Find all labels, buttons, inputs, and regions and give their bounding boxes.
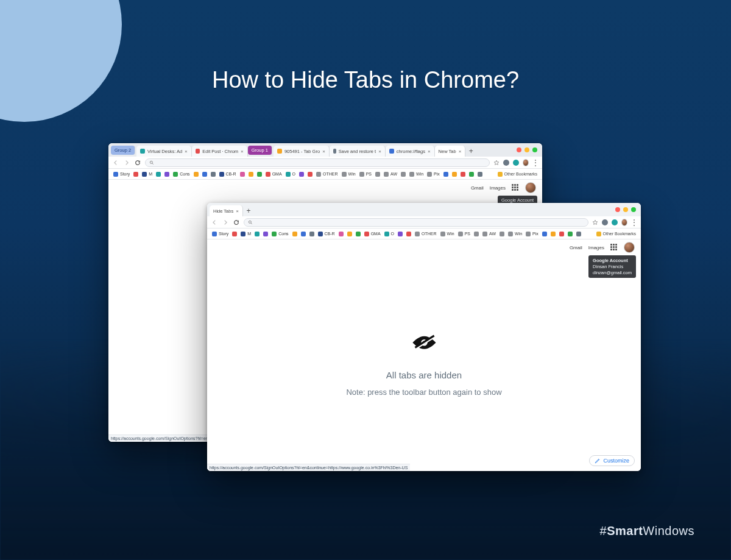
- nav-back-icon[interactable]: [211, 219, 218, 226]
- tab-new-tab[interactable]: New Tab×: [435, 146, 466, 157]
- chrome-menu-icon[interactable]: ⋮: [532, 160, 539, 166]
- extension-icon[interactable]: [612, 219, 618, 225]
- bookmark-item[interactable]: [301, 232, 306, 236]
- bookmark-item[interactable]: [542, 232, 547, 236]
- bookmark-item[interactable]: Win: [508, 232, 522, 236]
- bookmark-item[interactable]: [443, 172, 448, 177]
- tab-group-1[interactable]: Group 1: [248, 146, 272, 155]
- bookmark-item[interactable]: M: [142, 172, 152, 177]
- bookmark-item[interactable]: [202, 172, 207, 177]
- bookmark-item[interactable]: CB-R: [318, 232, 335, 236]
- bookmark-item[interactable]: GMA: [266, 172, 282, 177]
- bookmark-item[interactable]: OTHER: [316, 172, 338, 177]
- bookmark-item[interactable]: [339, 232, 344, 236]
- bookmark-item[interactable]: [133, 172, 138, 177]
- customize-button[interactable]: Customize: [589, 455, 635, 466]
- close-tab-icon[interactable]: ×: [428, 149, 431, 154]
- bookmark-item[interactable]: [164, 172, 169, 177]
- other-bookmarks[interactable]: Other Bookmarks: [498, 172, 537, 177]
- bookmark-item[interactable]: [406, 232, 411, 236]
- bookmark-item[interactable]: [308, 172, 313, 177]
- bookmark-item[interactable]: [194, 172, 199, 177]
- bookmark-item[interactable]: [347, 232, 352, 236]
- extension-icon[interactable]: [503, 160, 509, 166]
- bookmark-item[interactable]: Pix: [526, 232, 539, 236]
- tab-chrome-flags[interactable]: chrome://flags×: [386, 146, 435, 157]
- apps-grid-icon[interactable]: [610, 244, 618, 251]
- bookmark-item[interactable]: [309, 232, 314, 236]
- bookmark-item[interactable]: O: [286, 172, 295, 177]
- bookmark-item[interactable]: [398, 232, 403, 236]
- window-minimize-icon[interactable]: [524, 147, 529, 152]
- close-tab-icon[interactable]: ×: [241, 149, 244, 154]
- bookmark-item[interactable]: Cons: [272, 232, 288, 236]
- profile-avatar[interactable]: [523, 160, 529, 166]
- images-link[interactable]: Images: [588, 245, 604, 250]
- close-tab-icon[interactable]: ×: [322, 149, 325, 154]
- window-maximize-icon[interactable]: [631, 207, 636, 212]
- bookmark-item[interactable]: [375, 172, 380, 177]
- bookmark-item[interactable]: [452, 172, 457, 177]
- bookmark-item[interactable]: [249, 172, 253, 177]
- other-bookmarks[interactable]: Other Bookmarks: [596, 232, 636, 236]
- bookmark-item[interactable]: GMA: [364, 232, 381, 236]
- bookmark-item[interactable]: [500, 232, 504, 236]
- extension-icon[interactable]: [602, 219, 608, 225]
- reload-icon[interactable]: [134, 159, 141, 166]
- apps-grid-icon[interactable]: [512, 184, 519, 191]
- bookmark-item[interactable]: Story: [113, 172, 130, 177]
- reload-icon[interactable]: [233, 219, 240, 226]
- bookmark-item[interactable]: [240, 172, 245, 177]
- bookmark-star-icon[interactable]: [592, 219, 598, 225]
- close-tab-icon[interactable]: ×: [378, 149, 381, 154]
- bookmark-item[interactable]: [478, 172, 482, 177]
- bookmark-item[interactable]: [356, 232, 361, 236]
- bookmark-item[interactable]: [255, 232, 260, 236]
- bookmark-item[interactable]: [461, 172, 465, 177]
- nav-forward-icon[interactable]: [123, 159, 130, 166]
- bookmark-item[interactable]: AW: [482, 232, 496, 236]
- close-tab-icon[interactable]: ×: [459, 149, 462, 154]
- bookmark-item[interactable]: [568, 232, 573, 236]
- tab-group-2[interactable]: Group 2: [111, 146, 135, 155]
- gmail-link[interactable]: Gmail: [471, 185, 484, 191]
- bookmark-item[interactable]: [299, 172, 304, 177]
- omnibox[interactable]: [244, 218, 588, 227]
- bookmark-item[interactable]: Win: [342, 172, 356, 177]
- bookmark-item[interactable]: [474, 232, 479, 236]
- tab-edit-post[interactable]: Edit Post · Chrom×: [192, 146, 248, 157]
- bookmark-item[interactable]: [211, 172, 216, 177]
- bookmark-item[interactable]: AW: [384, 172, 397, 177]
- nav-forward-icon[interactable]: [222, 219, 229, 226]
- bookmark-item[interactable]: Win: [440, 232, 454, 236]
- bookmark-item[interactable]: Win: [409, 172, 423, 177]
- bookmark-item[interactable]: [469, 172, 474, 177]
- bookmark-item[interactable]: PS: [458, 232, 470, 236]
- new-tab-button[interactable]: +: [465, 146, 476, 157]
- window-maximize-icon[interactable]: [532, 147, 537, 152]
- tab-hide-tabs[interactable]: Hide Tabs ×: [210, 205, 243, 216]
- bookmark-item[interactable]: [551, 232, 556, 236]
- profile-avatar[interactable]: [621, 219, 627, 225]
- bookmark-item[interactable]: O: [384, 232, 394, 236]
- images-link[interactable]: Images: [490, 185, 506, 191]
- chrome-menu-icon[interactable]: ⋮: [631, 219, 637, 225]
- window-close-icon[interactable]: [517, 147, 521, 152]
- bookmark-item[interactable]: [401, 172, 406, 177]
- omnibox[interactable]: [145, 158, 490, 167]
- profile-avatar-large[interactable]: [525, 182, 536, 193]
- gmail-link[interactable]: Gmail: [570, 245, 582, 250]
- nav-back-icon[interactable]: [112, 159, 119, 166]
- close-tab-icon[interactable]: ×: [185, 149, 188, 154]
- extension-icon[interactable]: [513, 160, 519, 166]
- new-tab-button[interactable]: +: [243, 205, 254, 216]
- bookmark-item[interactable]: CB-R: [219, 172, 236, 177]
- bookmark-item[interactable]: [232, 232, 237, 236]
- bookmark-item[interactable]: OTHER: [415, 232, 437, 236]
- bookmark-item[interactable]: Pix: [427, 172, 440, 177]
- tab-virtual-desks[interactable]: Virtual Desks: Ad×: [136, 146, 192, 157]
- bookmark-star-icon[interactable]: [493, 160, 500, 166]
- profile-avatar-large[interactable]: [624, 242, 635, 253]
- bookmark-item[interactable]: PS: [359, 172, 372, 177]
- window-close-icon[interactable]: [615, 207, 620, 212]
